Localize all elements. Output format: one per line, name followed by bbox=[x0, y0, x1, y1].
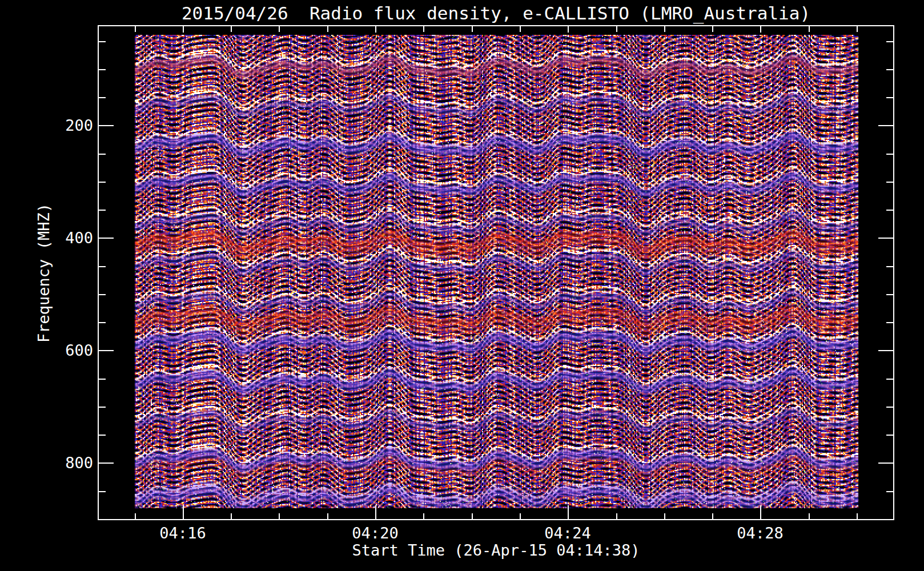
y-axis-minor-tick bbox=[98, 322, 106, 323]
x-axis-minor-tick-top bbox=[809, 25, 810, 32]
y-axis-minor-tick bbox=[98, 407, 106, 408]
y-axis-major-tick-right bbox=[878, 463, 894, 464]
x-axis-minor-tick bbox=[472, 513, 473, 520]
x-axis-tick-label: 04:28 bbox=[714, 525, 806, 542]
x-axis-minor-tick bbox=[712, 513, 713, 520]
x-axis-minor-tick bbox=[135, 513, 136, 520]
x-axis-minor-tick bbox=[279, 513, 280, 520]
y-axis-minor-tick-right bbox=[886, 435, 894, 436]
x-axis-major-tick bbox=[375, 505, 376, 520]
x-axis-minor-tick bbox=[327, 513, 328, 520]
y-axis-tick-label: 800 bbox=[13, 455, 93, 472]
y-axis-major-tick-right bbox=[878, 125, 894, 126]
y-axis-major-tick-right bbox=[878, 238, 894, 239]
x-axis-major-tick-top bbox=[183, 25, 184, 33]
y-axis-minor-tick-right bbox=[886, 210, 894, 211]
y-axis-major-tick bbox=[98, 463, 114, 464]
y-axis-minor-tick bbox=[98, 210, 106, 211]
x-axis-minor-tick bbox=[520, 513, 521, 520]
y-axis-minor-tick bbox=[98, 294, 106, 295]
x-axis-major-tick-top bbox=[375, 25, 376, 33]
x-axis-minor-tick-top bbox=[472, 25, 473, 32]
x-axis-tick-label: 04:24 bbox=[522, 525, 613, 542]
y-axis-minor-tick-right bbox=[886, 294, 894, 295]
y-axis-minor-tick-right bbox=[886, 407, 894, 408]
y-axis-tick-label: 200 bbox=[13, 117, 93, 134]
x-axis-minor-tick bbox=[809, 513, 810, 520]
x-axis-minor-tick-top bbox=[231, 25, 232, 32]
x-axis-major-tick bbox=[760, 505, 761, 520]
y-axis-major-tick-right bbox=[878, 350, 894, 351]
x-axis-minor-tick-top bbox=[857, 25, 858, 32]
x-axis-tick-label: 04:20 bbox=[330, 525, 421, 542]
x-axis-minor-tick bbox=[616, 513, 617, 520]
y-axis-major-tick bbox=[98, 350, 114, 351]
y-axis-minor-tick-right bbox=[886, 491, 894, 492]
x-axis-major-tick-top bbox=[568, 25, 569, 33]
y-axis-minor-tick bbox=[98, 154, 106, 155]
y-axis-minor-tick bbox=[98, 379, 106, 380]
x-axis-major-tick bbox=[568, 505, 569, 520]
x-axis-tick-label: 04:16 bbox=[137, 525, 228, 542]
x-axis-minor-tick bbox=[423, 513, 424, 520]
y-axis-tick-label: 600 bbox=[13, 342, 93, 359]
y-axis-major-tick bbox=[98, 238, 114, 239]
x-axis-title: Start Time (26-Apr-15 04:14:38) bbox=[98, 541, 894, 559]
y-axis-minor-tick-right bbox=[886, 322, 894, 323]
y-axis-minor-tick-right bbox=[886, 379, 894, 380]
y-axis-tick-label: 400 bbox=[13, 230, 93, 247]
x-axis-minor-tick bbox=[664, 513, 665, 520]
x-axis-minor-tick bbox=[231, 513, 232, 520]
y-axis-minor-tick bbox=[98, 435, 106, 436]
x-axis-minor-tick-top bbox=[423, 25, 424, 32]
y-axis-minor-tick-right bbox=[886, 41, 894, 42]
x-axis-minor-tick-top bbox=[279, 25, 280, 32]
x-axis-minor-tick-top bbox=[664, 25, 665, 32]
y-axis-minor-tick bbox=[98, 69, 106, 70]
y-axis-minor-tick-right bbox=[886, 266, 894, 267]
x-axis-minor-tick bbox=[857, 513, 858, 520]
y-axis-minor-tick bbox=[98, 182, 106, 183]
y-axis-minor-tick-right bbox=[886, 97, 894, 98]
plot-frame bbox=[98, 25, 894, 520]
y-axis-minor-tick-right bbox=[886, 182, 894, 183]
x-axis-major-tick-top bbox=[760, 25, 761, 33]
y-axis-minor-tick-right bbox=[886, 154, 894, 155]
y-axis-minor-tick bbox=[98, 491, 106, 492]
chart-title: 2015/04/26 Radio flux density, e-CALLIST… bbox=[98, 3, 894, 23]
x-axis-minor-tick-top bbox=[712, 25, 713, 32]
y-axis-major-tick bbox=[98, 125, 114, 126]
y-axis-minor-tick bbox=[98, 266, 106, 267]
x-axis-minor-tick-top bbox=[327, 25, 328, 32]
x-axis-minor-tick-top bbox=[520, 25, 521, 32]
x-axis-major-tick bbox=[183, 505, 184, 520]
y-axis-minor-tick-right bbox=[886, 69, 894, 70]
y-axis-minor-tick bbox=[98, 41, 106, 42]
y-axis-title: Frequency (MHZ) bbox=[35, 203, 53, 343]
spectrogram-figure: 2015/04/26 Radio flux density, e-CALLIST… bbox=[0, 0, 924, 571]
y-axis-minor-tick bbox=[98, 97, 106, 98]
x-axis-minor-tick-top bbox=[616, 25, 617, 32]
x-axis-minor-tick-top bbox=[135, 25, 136, 32]
